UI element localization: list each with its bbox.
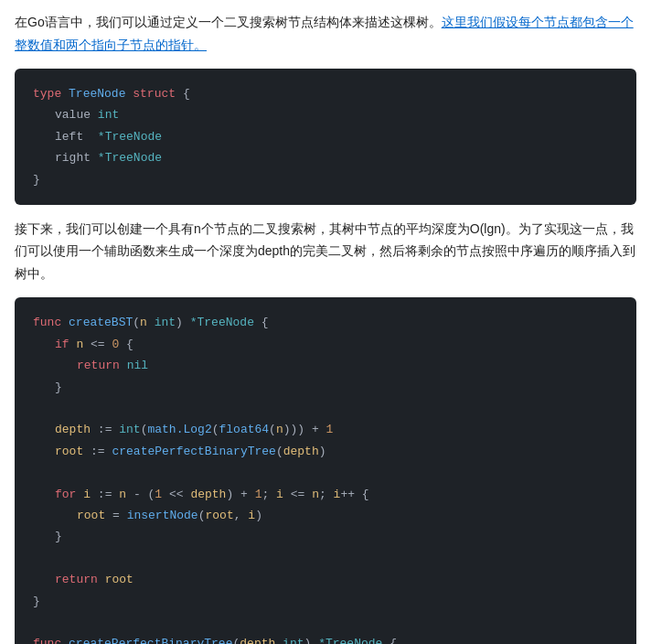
code-line: right *TreeNode (55, 147, 618, 168)
code-line: type TreeNode struct { (33, 83, 618, 104)
code-line (33, 612, 618, 633)
code-line: value int (55, 104, 618, 125)
page-container: 在Go语言中，我们可以通过定义一个二叉搜索树节点结构体来描述这棵树。这里我们假设… (15, 11, 636, 644)
intro-link: 这里我们假设每个节点都包含一个整数值和两个指向子节点的指针。 (15, 15, 634, 52)
code-line: root := createPerfectBinaryTree(depth) (55, 441, 618, 462)
code-line: func createBST(n int) *TreeNode { (33, 312, 618, 333)
code-line: } (55, 526, 618, 547)
code-block-1: type TreeNode struct { value int left *T… (15, 69, 636, 205)
code-line: } (33, 169, 618, 190)
code-line: return nil (77, 355, 618, 376)
code-line (33, 462, 618, 483)
code-line: left *TreeNode (55, 126, 618, 147)
intro-paragraph-2: 接下来，我们可以创建一个具有n个节点的二叉搜索树，其树中节点的平均深度为O(lg… (15, 218, 636, 285)
code-line: if n <= 0 { (55, 334, 618, 355)
code-line (33, 398, 618, 419)
code-line (33, 548, 618, 569)
code-line: for i := n - (1 << depth) + 1; i <= n; i… (55, 484, 618, 505)
code-line: } (55, 377, 618, 398)
intro-paragraph-1: 在Go语言中，我们可以通过定义一个二叉搜索树节点结构体来描述这棵树。这里我们假设… (15, 11, 636, 56)
code-line: depth := int(math.Log2(float64(n))) + 1 (55, 419, 618, 440)
code-line: root = insertNode(root, i) (77, 505, 618, 526)
code-line: return root (55, 569, 618, 590)
code-block-2: func createBST(n int) *TreeNode { if n <… (15, 297, 636, 644)
code-line: } (33, 591, 618, 612)
code-line: func createPerfectBinaryTree(depth int) … (33, 633, 618, 644)
